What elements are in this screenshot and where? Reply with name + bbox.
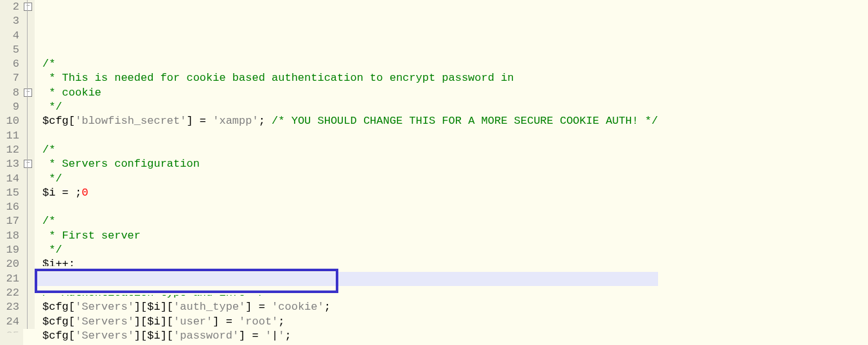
- string: 'Servers': [75, 316, 134, 328]
- line-number: 24: [0, 315, 19, 329]
- string: 'root': [239, 316, 278, 328]
- fold-column: −−−: [23, 0, 35, 329]
- code-line[interactable]: * First server: [42, 229, 658, 243]
- fold-toggle-icon[interactable]: −: [24, 160, 32, 168]
- variable: $i: [147, 316, 160, 328]
- code-line[interactable]: */: [42, 172, 658, 186]
- line-number: 3: [0, 14, 19, 28]
- number: 0: [82, 187, 88, 199]
- code-line[interactable]: /*: [42, 143, 658, 157]
- code-line[interactable]: [42, 200, 658, 214]
- string: ': [265, 330, 272, 342]
- annotation-rectangle: [35, 269, 338, 293]
- comment: /* YOU SHOULD CHANGE THIS FOR A MORE SEC…: [272, 115, 658, 127]
- text-cursor: |: [272, 330, 278, 342]
- variable: $cfg: [42, 115, 69, 127]
- code-line[interactable]: /*: [42, 214, 658, 228]
- string: 'Servers': [75, 301, 134, 313]
- line-number: 4: [0, 29, 19, 43]
- comment: /*: [42, 215, 55, 227]
- variable: $i: [147, 301, 160, 313]
- code-line[interactable]: $cfg['Servers'][$i]['auth_type'] = 'cook…: [42, 300, 658, 314]
- code-line[interactable]: */: [42, 100, 658, 114]
- variable: $cfg: [42, 301, 69, 313]
- comment: /*: [42, 144, 55, 156]
- code-line[interactable]: $i = ;0: [42, 186, 658, 200]
- comment: */: [49, 101, 62, 113]
- code-line[interactable]: $cfg['blowfish_secret'] = 'xampp'; /* YO…: [42, 114, 658, 128]
- line-number: 20: [0, 257, 19, 271]
- comment: * cookie: [49, 87, 101, 99]
- code-editor[interactable]: 2345678910111213141516171819202122232425…: [0, 0, 868, 345]
- line-number: 18: [0, 229, 19, 243]
- string: ': [278, 330, 284, 342]
- line-number: 10: [0, 114, 19, 128]
- code-line[interactable]: */: [42, 243, 658, 257]
- variable: $i: [147, 330, 160, 342]
- line-number: 22: [0, 286, 19, 300]
- string: 'password': [173, 330, 239, 342]
- comment: */: [49, 244, 62, 256]
- code-line[interactable]: * This is needed for cookie based authen…: [42, 71, 658, 85]
- variable: $cfg: [42, 330, 69, 342]
- variable: $cfg: [42, 316, 69, 328]
- line-number: 13: [0, 157, 19, 171]
- comment: * First server: [49, 230, 141, 242]
- string: 'Servers': [75, 330, 134, 342]
- line-number: 16: [0, 200, 19, 214]
- line-number: 15: [0, 186, 19, 200]
- line-number: 17: [0, 214, 19, 228]
- code-line[interactable]: /*: [42, 57, 658, 71]
- code-line[interactable]: [42, 129, 658, 143]
- line-number: 9: [0, 100, 19, 114]
- fold-toggle-icon[interactable]: −: [24, 88, 32, 97]
- code-line[interactable]: * Servers configuration: [42, 157, 658, 171]
- line-number: 21: [0, 272, 19, 286]
- variable: $i: [42, 187, 55, 199]
- string: 'user': [173, 316, 213, 328]
- line-number: 8: [0, 86, 19, 100]
- comment: /*: [42, 58, 55, 70]
- fold-toggle-icon[interactable]: −: [24, 3, 32, 11]
- line-number-gutter: 2345678910111213141516171819202122232425: [0, 0, 23, 345]
- code-area[interactable]: /* * This is needed for cookie based aut…: [35, 0, 658, 345]
- comment: * This is needed for cookie based authen…: [49, 72, 514, 84]
- line-number: 5: [0, 43, 19, 57]
- line-number: 11: [0, 129, 19, 143]
- string: 'blowfish_secret': [75, 115, 186, 127]
- string: 'auth_type': [173, 301, 245, 313]
- code-line[interactable]: * cookie: [42, 86, 658, 100]
- line-number: 14: [0, 172, 19, 186]
- comment: */: [49, 172, 62, 185]
- line-number: 7: [0, 71, 19, 85]
- line-number: 23: [0, 300, 19, 314]
- code-line[interactable]: $cfg['Servers'][$i]['user'] = 'root';: [42, 315, 658, 329]
- comment: * Servers configuration: [49, 158, 200, 170]
- code-line[interactable]: $cfg['Servers'][$i]['password'] = '|';: [42, 329, 658, 343]
- string: 'cookie': [272, 301, 324, 313]
- line-number: 19: [0, 243, 19, 257]
- string: 'xampp': [213, 115, 258, 127]
- line-number: 6: [0, 57, 19, 71]
- line-number: 2: [0, 0, 19, 14]
- line-number: 12: [0, 143, 19, 157]
